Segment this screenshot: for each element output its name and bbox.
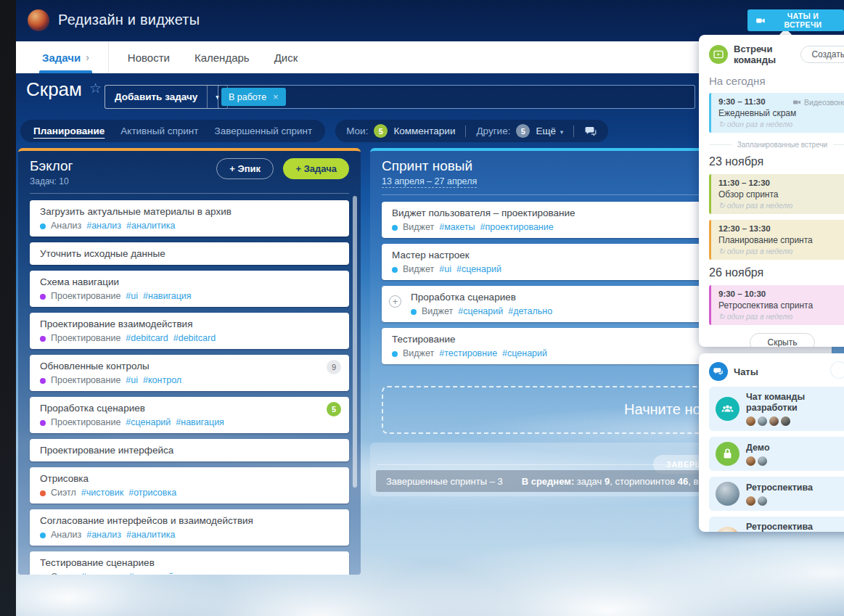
filter-search-input[interactable]: В работе ×: [218, 85, 695, 109]
today-meetings-list: 9:30 – 11:30ВидеозвонокЕжедневный скрам↻…: [709, 93, 844, 133]
project-color-dot: [40, 575, 46, 575]
task-hashtag[interactable]: #проектирование: [480, 222, 554, 233]
chevron-down-icon: ▾: [560, 128, 564, 136]
chat-item[interactable]: Ретроспектива спринта: [709, 517, 844, 532]
task-meta: Проектирование#сценарий#навигация: [40, 417, 339, 428]
backlog-task-card[interactable]: ОтрисовкаСиэтл#чистовик#отрисовка: [30, 467, 349, 504]
task-title: Схема навигации: [40, 276, 339, 288]
backlog-scrollbar[interactable]: [353, 196, 357, 488]
task-hashtag[interactable]: #навигация: [143, 291, 192, 302]
repeat-icon: ↻: [718, 201, 725, 210]
chat-members: [746, 496, 813, 506]
chat-photo-avatar: [716, 527, 739, 532]
expand-plus-icon[interactable]: +: [389, 295, 401, 308]
add-backlog-task-button[interactable]: + Задача: [283, 158, 349, 179]
project-color-dot: [40, 533, 46, 538]
task-hashtag[interactable]: #чистовик: [81, 572, 123, 575]
create-meeting-button[interactable]: Создать: [800, 46, 844, 63]
meeting-card[interactable]: 12:30 – 13:30Планирование спринта↻ один …: [709, 220, 844, 260]
my-counter-badge: 5: [374, 124, 388, 138]
chat-bubbles-icon[interactable]: [584, 125, 597, 138]
chat-members: [746, 456, 770, 466]
project-color-dot: [40, 336, 46, 342]
chat-item-body: Ретроспектива: [746, 482, 813, 506]
task-hashtag[interactable]: #ui: [126, 375, 138, 386]
backlog-task-card[interactable]: Согласование интерфейсов и взаимодействи…: [30, 509, 349, 546]
task-hashtag[interactable]: #чистовик: [81, 488, 123, 498]
backlog-task-card[interactable]: Уточнить исходные данные: [30, 242, 349, 265]
task-hashtag[interactable]: #анализ: [86, 221, 121, 231]
backlog-task-card[interactable]: Проектирование интерфейса: [30, 439, 349, 461]
project-color-dot: [40, 294, 46, 300]
nav-tab-1[interactable]: Новости: [128, 41, 170, 73]
filter-chip-in-progress[interactable]: В работе ×: [221, 88, 286, 106]
app-window: Редизайн и виджеты ЧАТЫ И ВСТРЕЧИ Задачи…: [16, 0, 844, 616]
workspace-title: Редизайн и виджеты: [58, 12, 200, 28]
task-hashtag[interactable]: #сценарий: [458, 306, 503, 317]
backlog-task-card[interactable]: Загрузить актуальные материалы в архивАн…: [30, 200, 349, 237]
more-dropdown[interactable]: Ещё ▾: [536, 126, 563, 136]
view-tab-2[interactable]: Завершенный спринт: [214, 126, 312, 136]
planned-meetings-label: Запланированные встречи: [732, 141, 833, 149]
chat-item[interactable]: Чат команды разработки: [709, 387, 844, 431]
backlog-task-card[interactable]: Схема навигацииПроектирование#ui#навигац…: [30, 271, 349, 307]
chats-and-meetings-button[interactable]: ЧАТЫ И ВСТРЕЧИ: [747, 9, 844, 31]
task-hashtag[interactable]: #сценарий: [126, 417, 171, 428]
task-hashtag[interactable]: #тестировние: [439, 348, 497, 359]
task-hashtag[interactable]: #контрол: [143, 375, 181, 386]
board-title-text: Скрам: [26, 78, 82, 100]
project-label: Виджет: [403, 222, 434, 233]
sprint-dates[interactable]: 13 апреля – 27 апреля: [382, 176, 477, 188]
task-hashtag[interactable]: #debitcard: [126, 333, 168, 344]
backlog-task-card[interactable]: Тестирование сценариевСиэтл#чистовик#сце…: [30, 551, 349, 575]
backlog-task-card[interactable]: Проектирование взаимодействияПроектирова…: [30, 313, 349, 349]
project-color-dot: [40, 490, 46, 496]
task-hashtag[interactable]: #аналитика: [126, 530, 175, 541]
chat-name: Демо: [746, 443, 770, 453]
task-hashtag[interactable]: #debitcard: [173, 333, 216, 344]
divider: [108, 41, 109, 73]
project-color-dot: [411, 309, 417, 315]
add-epic-button[interactable]: + Эпик: [216, 158, 274, 179]
task-hashtag[interactable]: #сценарий: [128, 572, 173, 575]
chat-item[interactable]: Демо: [709, 437, 844, 471]
project-color-dot: [40, 420, 46, 426]
chat-list: Чат команды разработкиДемоРетроспективаР…: [709, 387, 844, 532]
meeting-card[interactable]: 11:30 – 12:30Обзор спринта↻ один раз в н…: [709, 174, 844, 214]
nav-tab-0[interactable]: Задачи›: [42, 41, 89, 73]
chat-item-body: Чат команды разработки: [746, 392, 844, 426]
task-hashtag[interactable]: #сценарий: [502, 348, 547, 359]
nav-tab-2[interactable]: Календарь: [194, 41, 250, 73]
member-avatar: [758, 416, 767, 426]
task-hashtag[interactable]: #детально: [508, 306, 552, 317]
comments-link[interactable]: Комментарии: [393, 126, 455, 136]
add-task-button[interactable]: Добавить задачу ▾: [105, 85, 228, 109]
project-label: Виджет: [403, 348, 434, 359]
task-hashtag[interactable]: #анализ: [86, 530, 121, 541]
task-hashtag[interactable]: #макеты: [439, 222, 475, 233]
task-hashtag[interactable]: #сценарий: [456, 264, 501, 275]
task-hashtag[interactable]: #навигация: [176, 417, 224, 428]
meeting-card[interactable]: 9:30 – 11:30ВидеозвонокЕжедневный скрам↻…: [709, 93, 844, 133]
task-hashtag[interactable]: #отрисовка: [128, 488, 176, 498]
backlog-task-card[interactable]: 5Проработка сценариевПроектирование#сцен…: [30, 397, 349, 433]
chats-action-button[interactable]: [831, 362, 844, 378]
task-title: Согласование интерфейсов и взаимодействи…: [40, 514, 339, 527]
hide-meetings-button[interactable]: Скрыть: [750, 333, 816, 347]
favorite-star-icon[interactable]: ☆: [89, 81, 102, 96]
workspace-avatar[interactable]: [28, 9, 49, 31]
backlog-task-card[interactable]: 9Обновленные контролыПроектирование#ui#к…: [30, 355, 349, 391]
meeting-card[interactable]: 9:30 – 10:30Ретроспектива спринта↻ один …: [709, 285, 844, 325]
project-label: Проектирование: [51, 375, 120, 386]
nav-tab-3[interactable]: Диск: [274, 41, 298, 73]
task-hashtag[interactable]: #ui: [439, 264, 451, 275]
chat-item[interactable]: Ретроспектива: [709, 477, 844, 511]
view-tab-1[interactable]: Активный спринт: [120, 126, 198, 136]
more-label: Ещё: [536, 126, 556, 136]
close-icon[interactable]: ×: [273, 91, 279, 102]
my-label: Мои:: [346, 126, 368, 136]
view-tab-0[interactable]: Планирование: [33, 126, 105, 136]
task-hashtag[interactable]: #ui: [126, 291, 138, 302]
completed-sprints-count: Завершенные спринты – 3: [386, 476, 503, 487]
task-hashtag[interactable]: #аналитика: [126, 221, 175, 231]
